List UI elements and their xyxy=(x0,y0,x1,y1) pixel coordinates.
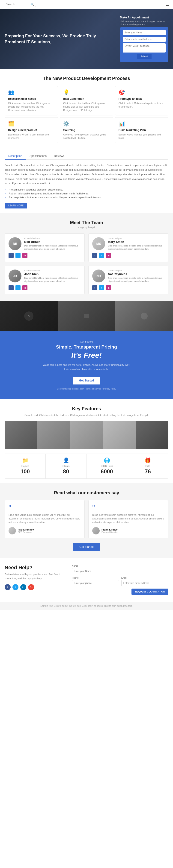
process-card-idea: 💡 Idea Generation Click to select the te… xyxy=(60,86,113,116)
features-section: Key Features Sample text. Click to selec… xyxy=(0,399,173,484)
hero-section: Preparing For Your Success, We Provide T… xyxy=(0,9,173,69)
team-card-4: NR Color Designer Nat Reynolds Diae amet… xyxy=(88,266,168,294)
instagram-icon-josh[interactable]: in xyxy=(22,285,27,290)
footer-text: Sample text. Click to select the text bo… xyxy=(40,605,133,607)
sourcing-icon: ⚙️ xyxy=(63,121,110,127)
name-mary: Mary Smith xyxy=(108,240,165,244)
twitter-icon-mary[interactable]: t xyxy=(99,253,104,258)
gifts-icon: 🎁 xyxy=(131,458,165,464)
gallery-icon-1 xyxy=(23,310,35,322)
appointment-name-input[interactable] xyxy=(123,30,166,35)
name-bob: Bob Brown xyxy=(24,240,81,244)
author-name-1: Frank Kinney xyxy=(18,528,34,531)
twitter-icon-josh[interactable]: t xyxy=(16,285,21,290)
socials-nat: f t in xyxy=(92,285,165,290)
testimonial-text-2: Risus quis varius quam quisque id diam v… xyxy=(92,513,165,524)
help-right: Name Phone Email REQUEST CLARIFICATION xyxy=(72,565,168,595)
stat-gifts: 🎁 Gifts 76 xyxy=(127,454,168,478)
product-section: The New Product Development Process 👥 Re… xyxy=(0,69,173,150)
sourcing-title: Sourcing xyxy=(63,128,110,132)
help-name-input[interactable] xyxy=(72,568,168,574)
quote-icon-1: " xyxy=(8,504,81,512)
name-josh: Josh Rich xyxy=(24,272,81,276)
testimonial-card-2: " Risus quis varius quam quisque id diam… xyxy=(88,500,168,538)
twitter-icon-bob[interactable]: t xyxy=(16,253,21,258)
projects-icon: 📁 xyxy=(8,458,42,464)
facebook-icon-bob[interactable]: f xyxy=(8,253,13,258)
help-google-icon[interactable]: G+ xyxy=(28,584,34,590)
author-avatar-2 xyxy=(92,527,99,534)
process-grid: 👥 Research user needs Click to select th… xyxy=(0,85,173,148)
feature-photo-1 xyxy=(5,421,37,449)
help-name-label: Name xyxy=(72,565,168,567)
product-section-title: The New Product Development Process xyxy=(0,69,173,85)
learn-more-button[interactable]: LEARN MORE xyxy=(5,203,27,209)
gifts-label: Gifts xyxy=(131,465,165,467)
search-container: 🔍 xyxy=(4,2,36,7)
team-card-1: BB Financial Advisor Bob Brown Diae amet… xyxy=(5,234,85,262)
role-nat: Color Designer xyxy=(108,270,165,272)
pricing-get-started-button[interactable]: Get Started xyxy=(73,377,100,384)
check-item-3: ✓ Sed vulputate mi sit amet mauris commo… xyxy=(5,196,168,199)
desc-nat: Diae amet litora libero molestie ante ut… xyxy=(108,277,165,283)
tab-specifications[interactable]: Specifications xyxy=(26,153,50,159)
desc-bob: Diae amet litora libero molestie ante ut… xyxy=(24,244,81,251)
testimonials-get-started-button[interactable]: Get Started xyxy=(73,543,100,551)
help-request-button[interactable]: REQUEST CLARIFICATION xyxy=(132,589,168,595)
check-icon-3: ✓ xyxy=(5,196,7,199)
search-icon: 🔍 xyxy=(31,3,34,6)
stats-grid: 📁 Projects 100 👤 Clients 80 🌐 6000+ Site… xyxy=(5,454,168,479)
design-icon: 🗂️ xyxy=(8,121,54,127)
appointment-label: Make An Appointment xyxy=(120,16,168,19)
help-twitter-icon[interactable]: t xyxy=(12,584,19,590)
appointment-email-input[interactable] xyxy=(123,37,166,42)
team-card-3: JR Financial Advisor Josh Rich Diae amet… xyxy=(5,266,85,294)
appointment-form: Submit xyxy=(120,27,168,62)
help-phone-input[interactable] xyxy=(72,580,119,586)
gallery-item-1 xyxy=(0,301,58,331)
tabs-section: Description Specifications Reviews Sampl… xyxy=(0,150,173,213)
testimonials-grid: " Risus quis varius quam quisque id diam… xyxy=(5,500,168,538)
help-desc: Get assistance with your problems and fe… xyxy=(5,572,65,581)
feature-photo-5 xyxy=(136,421,168,449)
search-input[interactable] xyxy=(6,3,31,6)
tab-reviews[interactable]: Reviews xyxy=(50,153,68,159)
gallery-section xyxy=(0,301,173,331)
instagram-icon-bob[interactable]: in xyxy=(22,253,27,258)
team-section: Meet The Team Image by Freepik BB Financ… xyxy=(0,213,173,301)
tabs-header: Description Specifications Reviews xyxy=(5,153,168,160)
facebook-icon-nat[interactable]: f xyxy=(92,285,97,290)
research-icon: 👥 xyxy=(8,89,54,95)
research-title: Research user needs xyxy=(8,97,54,100)
header: 🔍 ☰ xyxy=(0,0,173,9)
design-text: Launch an MVP with a best in class user … xyxy=(8,133,54,140)
hamburger-icon[interactable]: ☰ xyxy=(166,2,169,7)
stat-sites: 🌐 6000+ Sites 6000 xyxy=(86,454,127,478)
gifts-value: 76 xyxy=(131,468,165,475)
pricing-desc: We're still in beta and we will be for a… xyxy=(40,363,133,371)
twitter-icon-nat[interactable]: t xyxy=(99,285,104,290)
avatar-josh: JR xyxy=(8,270,22,282)
instagram-icon-mary[interactable]: in xyxy=(106,253,111,258)
help-email-label: Email xyxy=(121,577,168,579)
svg-rect-1 xyxy=(84,314,89,318)
research-text: Click to select the text box. Click agai… xyxy=(8,101,54,112)
role-bob: Financial Advisor xyxy=(24,237,81,240)
facebook-icon-josh[interactable]: f xyxy=(8,285,13,290)
instagram-icon-nat[interactable]: in xyxy=(106,285,111,290)
author-name-2: Frank Kinney xyxy=(102,528,118,531)
avatar-bob: BB xyxy=(8,237,22,250)
appointment-submit-button[interactable]: Submit xyxy=(137,54,151,59)
appointment-message-input[interactable] xyxy=(123,43,166,53)
tab-description[interactable]: Description xyxy=(5,153,26,160)
author-role-1: CEO Company xyxy=(18,531,34,533)
help-linkedin-icon[interactable]: in xyxy=(20,584,26,590)
facebook-icon-mary[interactable]: f xyxy=(92,253,97,258)
team-title: Meet The Team xyxy=(5,220,168,225)
socials-josh: f t in xyxy=(8,285,81,290)
help-email-input[interactable] xyxy=(121,580,168,586)
sites-value: 6000 xyxy=(90,468,123,475)
help-facebook-icon[interactable]: f xyxy=(5,584,10,590)
prototype-title: Prototype an Idea xyxy=(119,97,165,100)
stat-clients: 👤 Clients 80 xyxy=(46,454,86,478)
